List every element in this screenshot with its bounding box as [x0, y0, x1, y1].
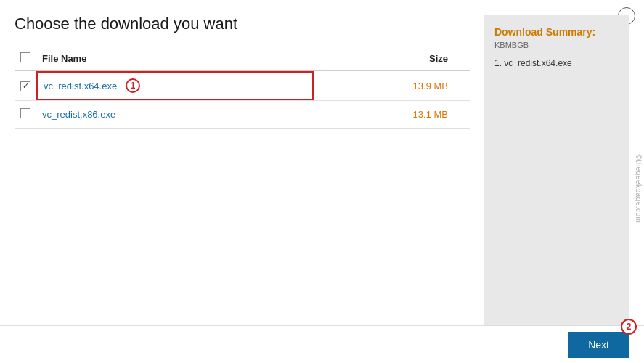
next-button[interactable]: Next 2: [568, 332, 629, 358]
checkmark-icon: ✓: [23, 82, 29, 90]
bubble-1: 1: [126, 78, 140, 93]
table-row: ✓ vc_redist.x64.exe 1 13.9 MB: [15, 71, 470, 101]
row1-filename: vc_redist.x64.exe: [44, 81, 117, 91]
table-row: vc_redist.x86.exe 13.1 MB: [15, 101, 470, 129]
summary-subtitle: KBMBGB: [494, 41, 619, 49]
file-table: File Name Size ✓ vc_redist.x64.exe: [15, 48, 470, 129]
main-container: Choose the download you want File Name S…: [0, 0, 644, 363]
row2-checkbox-cell: [15, 101, 36, 129]
bottom-bar: Next 2: [0, 325, 644, 363]
row1-checkbox-cell: ✓: [15, 71, 36, 101]
summary-title: Download Summary:: [494, 26, 619, 38]
row1-checkbox[interactable]: ✓: [20, 81, 30, 91]
row1-size: 13.9 MB: [314, 71, 470, 101]
bubble-2: 2: [621, 319, 637, 335]
right-panel: Download Summary: KBMBGB 1. vc_redist.x6…: [484, 15, 629, 363]
col-header-filename: File Name: [36, 48, 314, 71]
watermark: ©thegeekpage.com: [635, 155, 643, 224]
row2-checkbox[interactable]: [20, 108, 30, 118]
row2-size: 13.1 MB: [314, 101, 470, 129]
row2-filename: vc_redist.x86.exe: [42, 109, 115, 120]
summary-item: 1. vc_redist.x64.exe: [494, 58, 619, 68]
row1-name-cell: vc_redist.x64.exe 1: [36, 71, 314, 101]
select-all-checkbox[interactable]: [20, 52, 30, 62]
col-header-checkbox: [15, 48, 36, 71]
left-panel: Choose the download you want File Name S…: [15, 15, 484, 363]
row2-name-cell: vc_redist.x86.exe: [36, 101, 314, 129]
col-header-size: Size: [314, 48, 470, 71]
next-button-label: Next: [588, 339, 609, 351]
page-title: Choose the download you want: [15, 15, 470, 33]
